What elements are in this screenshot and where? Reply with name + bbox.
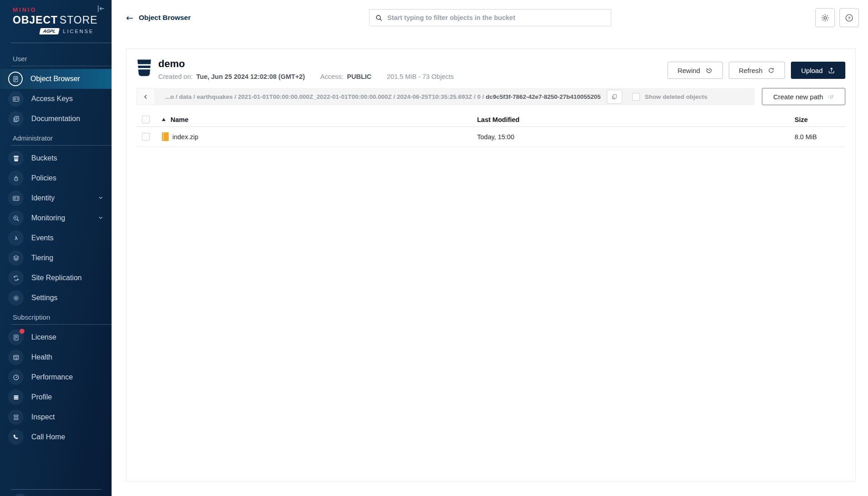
- bucket-header: demo Created on: Tue, Jun 25 2024 12:02:…: [137, 58, 845, 80]
- back-arrow-icon: ←: [126, 14, 133, 22]
- license-icon: [8, 330, 24, 345]
- create-new-path-button[interactable]: Create new path: [762, 88, 845, 105]
- help-icon: ?: [844, 13, 854, 23]
- refresh-button[interactable]: Refresh: [729, 62, 785, 79]
- help-button[interactable]: ?: [839, 8, 859, 27]
- settings-icon: [8, 290, 24, 306]
- minio-logo: MINIO OBJECTSTORE AGPL LICENSE: [0, 0, 112, 34]
- sidebar-item-label: Events: [31, 234, 54, 242]
- sidebar-item-monitoring[interactable]: Monitoring: [0, 208, 112, 228]
- refresh-icon: [767, 67, 775, 74]
- sidebar-item-tiering[interactable]: Tiering: [0, 248, 112, 268]
- breadcrumb-prefix: ...o / data / earthquakes / 2021-01-01T0…: [165, 93, 486, 100]
- zip-file-icon: [162, 132, 169, 141]
- sidebar-item-label: Buckets: [31, 154, 57, 162]
- sidebar-item-site-replication[interactable]: Site Replication: [0, 268, 112, 288]
- sidebar-item-label: Tiering: [31, 254, 53, 262]
- access-value: PUBLIC: [347, 73, 371, 80]
- object-filter-search: [369, 9, 611, 26]
- row-checkbox[interactable]: [142, 133, 150, 141]
- sidebar-item-license[interactable]: License: [0, 327, 112, 347]
- select-all-checkbox[interactable]: [142, 116, 150, 123]
- column-header-size: Size: [795, 116, 845, 123]
- sidebar-item-label: Object Browser: [30, 75, 80, 83]
- logo-store-text: STORE: [59, 14, 98, 26]
- breadcrumb-path[interactable]: ...o / data / earthquakes / 2021-01-01T0…: [165, 93, 601, 100]
- sidebar-item-events[interactable]: λ Events: [0, 228, 112, 248]
- divider: [11, 489, 102, 490]
- search-input[interactable]: [387, 14, 605, 21]
- sidebar-item-settings[interactable]: Settings: [0, 288, 112, 308]
- access-keys-icon: [8, 91, 24, 107]
- sidebar-item-object-browser[interactable]: Object Browser: [0, 69, 112, 89]
- object-browser-icon: [8, 72, 23, 86]
- created-label: Created on:: [158, 73, 193, 80]
- sidebar-item-performance[interactable]: Performance: [0, 367, 112, 387]
- divider: [11, 145, 112, 146]
- back-to-buckets-button[interactable]: ← Object Browser: [126, 14, 190, 22]
- column-header-name[interactable]: Name: [162, 116, 477, 123]
- sidebar-item-label: Settings: [31, 294, 58, 302]
- sidebar-item-label: Site Replication: [31, 274, 82, 282]
- rewind-button[interactable]: Rewind: [668, 62, 723, 79]
- bucket-name: demo: [158, 58, 454, 70]
- events-icon: λ: [8, 230, 24, 246]
- sidebar-item-label: Identity: [31, 194, 55, 202]
- bucket-icon: [137, 59, 152, 79]
- call-home-icon: [8, 429, 24, 445]
- breadcrumb-back-button[interactable]: [137, 88, 155, 105]
- breadcrumb-bar: ...o / data / earthquakes / 2021-01-01T0…: [137, 88, 755, 105]
- sidebar-item-label: License: [31, 333, 56, 341]
- chevron-down-icon: [98, 214, 103, 222]
- sidebar-item-label: Policies: [31, 174, 56, 182]
- settings-gear-button[interactable]: [815, 8, 835, 27]
- tiering-icon: [8, 250, 24, 266]
- identity-icon: [8, 190, 24, 206]
- created-value: Tue, Jun 25 2024 12:02:08 (GMT+2): [196, 73, 305, 80]
- sidebar-item-profile[interactable]: Profile: [0, 387, 112, 407]
- sidebar-item-health[interactable]: Health: [0, 347, 112, 367]
- performance-icon: [8, 370, 24, 385]
- breadcrumb-current: dc9c5f3f-7862-42e7-8250-27b410055205: [486, 93, 601, 100]
- inspect-icon: [8, 409, 24, 425]
- show-deleted-label: Show deleted objects: [645, 93, 707, 100]
- table-row[interactable]: index.zip Today, 15:00 8.0 MiB: [137, 127, 845, 147]
- divider: [11, 43, 112, 43]
- rewind-label: Rewind: [678, 67, 700, 74]
- logo-object-text: OBJECT: [13, 14, 58, 26]
- divider: [11, 324, 112, 325]
- object-browser-card: demo Created on: Tue, Jun 25 2024 12:02:…: [126, 49, 856, 481]
- gear-icon: [820, 13, 830, 23]
- svg-text:?: ?: [848, 15, 851, 20]
- show-deleted-checkbox[interactable]: [632, 93, 640, 101]
- upload-button[interactable]: Upload: [791, 62, 845, 79]
- sidebar-item-buckets[interactable]: Buckets: [0, 148, 112, 168]
- sidebar-item-policies[interactable]: Policies: [0, 168, 112, 188]
- refresh-label: Refresh: [739, 67, 763, 74]
- sidebar-item-access-keys[interactable]: Access Keys: [0, 89, 112, 109]
- main-area: ← Object Browser ? demo Created o: [112, 0, 868, 496]
- sidebar-item-inspect[interactable]: Inspect: [0, 407, 112, 427]
- sidebar-item-call-home[interactable]: Call Home: [0, 427, 112, 447]
- table-header-row: Name Last Modified Size: [137, 112, 845, 127]
- section-label-subscription: Subscription: [0, 308, 112, 324]
- collapse-sidebar-icon[interactable]: [96, 4, 106, 14]
- copy-icon: [611, 93, 618, 100]
- site-replication-icon: [8, 270, 24, 286]
- sidebar-item-identity[interactable]: Identity: [0, 188, 112, 208]
- upload-icon: [828, 67, 835, 74]
- sidebar-item-label: Monitoring: [31, 214, 65, 222]
- chevron-left-icon: [142, 93, 149, 100]
- section-label-administrator: Administrator: [0, 129, 112, 145]
- sidebar-item-label: Call Home: [31, 433, 65, 441]
- column-header-last-modified: Last Modified: [477, 116, 795, 123]
- copy-path-button[interactable]: [607, 90, 622, 104]
- chevron-down-icon: [98, 194, 103, 202]
- page-title: Object Browser: [139, 14, 191, 22]
- sidebar-item-documentation[interactable]: Documentation: [0, 109, 112, 129]
- policies-icon: [8, 170, 24, 186]
- sidebar: MINIO OBJECTSTORE AGPL LICENSE User Obje…: [0, 0, 112, 496]
- object-name-link[interactable]: index.zip: [172, 133, 198, 141]
- profile-icon: [8, 389, 24, 405]
- license-alert-badge: [20, 329, 24, 334]
